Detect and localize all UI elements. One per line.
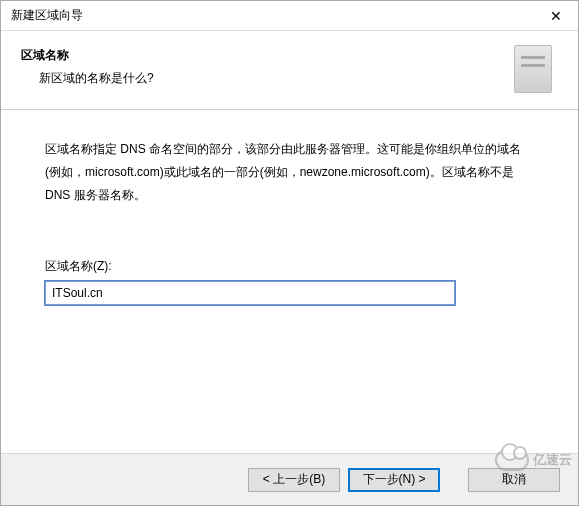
back-button[interactable]: < 上一步(B) <box>248 468 340 492</box>
server-icon <box>514 45 552 93</box>
cancel-button[interactable]: 取消 <box>468 468 560 492</box>
window-title: 新建区域向导 <box>11 7 83 24</box>
header-text-block: 区域名称 新区域的名称是什么? <box>21 45 154 87</box>
description-text: 区域名称指定 DNS 命名空间的部分，该部分由此服务器管理。这可能是你组织单位的… <box>45 138 534 206</box>
close-button[interactable]: ✕ <box>533 1 578 30</box>
wizard-content: 区域名称指定 DNS 命名空间的部分，该部分由此服务器管理。这可能是你组织单位的… <box>1 110 578 453</box>
next-button[interactable]: 下一步(N) > <box>348 468 440 492</box>
header-subheading: 新区域的名称是什么? <box>21 70 154 87</box>
wizard-header: 区域名称 新区域的名称是什么? <box>1 31 578 109</box>
wizard-dialog: 新建区域向导 ✕ 区域名称 新区域的名称是什么? 区域名称指定 DNS 命名空间… <box>0 0 579 506</box>
close-icon: ✕ <box>550 8 562 24</box>
zone-name-input[interactable] <box>45 281 455 305</box>
header-heading: 区域名称 <box>21 47 154 64</box>
wizard-footer: < 上一步(B) 下一步(N) > 取消 <box>1 453 578 505</box>
titlebar: 新建区域向导 ✕ <box>1 1 578 31</box>
zone-name-label: 区域名称(Z): <box>45 258 534 275</box>
